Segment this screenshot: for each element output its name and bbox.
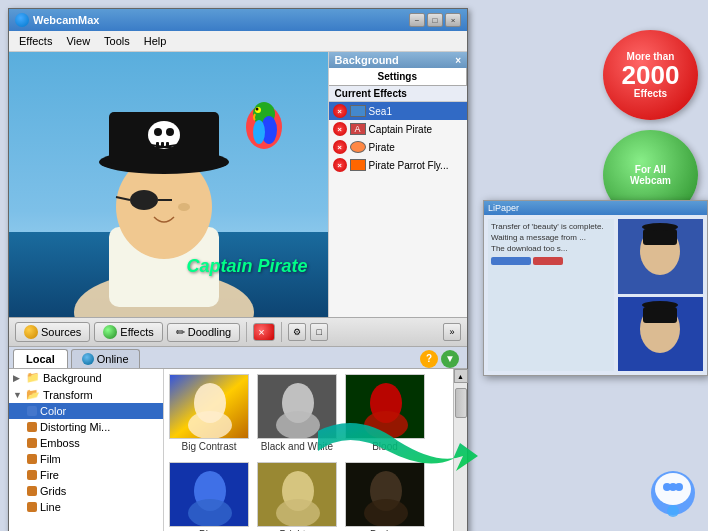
bottom-right-icons: ? ▼ <box>420 349 463 368</box>
tree-item-fire[interactable]: Fire <box>9 467 163 483</box>
tree-item-line[interactable]: Line <box>9 499 163 515</box>
effect-preview-blue <box>169 462 249 527</box>
preview-ctrl-btn1[interactable] <box>491 257 531 265</box>
chat-line-1: Transfer of 'beauty' is complete. <box>491 222 611 231</box>
effect-item-parrot[interactable]: × Pirate Parrot Fly... <box>329 156 467 174</box>
tree-item-film[interactable]: Film <box>9 451 163 467</box>
background-tree-label: Background <box>43 372 102 384</box>
svg-point-56 <box>667 505 679 517</box>
tree-item-distorting[interactable]: Distorting Mi... <box>9 419 163 435</box>
online-label: Online <box>97 353 129 365</box>
menu-tools[interactable]: Tools <box>98 33 136 49</box>
tab-local[interactable]: Local <box>13 349 68 368</box>
effect-item-pirate[interactable]: × Pirate <box>329 138 467 156</box>
title-bar-left: WebcamMax <box>15 13 99 27</box>
preview-ctrl-btn2[interactable] <box>533 257 563 265</box>
help-icon[interactable]: ? <box>420 350 438 368</box>
svg-point-27 <box>188 411 232 439</box>
chat-line-2: Waiting a message from ... <box>491 233 611 242</box>
color-dot-fire <box>27 470 37 480</box>
menu-view[interactable]: View <box>60 33 96 49</box>
sea1-thumb <box>350 105 366 117</box>
folder-background-icon: 📁 <box>26 371 40 384</box>
main-toolbar: Sources Effects ✏ Doodling × ⚙ □ » <box>9 317 467 347</box>
fire-tree-label: Fire <box>40 469 59 481</box>
toolbar-separator <box>246 322 247 342</box>
svg-point-24 <box>253 120 265 144</box>
tree-item-transform[interactable]: ▼ 📂 Transform <box>9 386 163 403</box>
menu-bar: Effects View Tools Help <box>9 31 467 52</box>
menu-help[interactable]: Help <box>138 33 173 49</box>
expand-button[interactable]: » <box>443 323 461 341</box>
minimize-button[interactable]: − <box>409 13 425 27</box>
sources-button[interactable]: Sources <box>15 322 90 342</box>
svg-point-39 <box>276 499 320 527</box>
doodling-pencil-icon: ✏ <box>176 326 185 339</box>
capture-button[interactable]: □ <box>310 323 328 341</box>
color-tree-label: Color <box>40 405 66 417</box>
svg-point-46 <box>642 223 678 231</box>
tab-settings[interactable]: Settings <box>329 68 467 85</box>
pirate-thumb <box>350 141 366 153</box>
preview-window: LiPaper Transfer of 'beauty' is complete… <box>483 200 708 376</box>
tree-item-emboss[interactable]: Emboss <box>9 435 163 451</box>
svg-point-22 <box>256 108 259 111</box>
settings2-icon[interactable]: ▼ <box>441 350 459 368</box>
remove-effect-button[interactable]: × <box>253 323 275 341</box>
svg-point-50 <box>642 301 678 309</box>
captain-pirate-label: Captain Pirate <box>369 124 432 135</box>
remove-sea1-button[interactable]: × <box>333 104 347 118</box>
svg-rect-49 <box>643 307 677 323</box>
preview-thumb-2 <box>618 297 703 372</box>
scroll-up-button[interactable]: ▲ <box>454 369 468 383</box>
panel-close-button[interactable]: × <box>455 55 461 66</box>
svg-point-55 <box>675 483 683 491</box>
maximize-button[interactable]: □ <box>427 13 443 27</box>
bottom-tabs-bar: Local Online ? ▼ <box>9 347 467 369</box>
promo-for-all: For All <box>635 164 666 175</box>
tree-item-background[interactable]: ▶ 📁 Background <box>9 369 163 386</box>
tab-online[interactable]: Online <box>71 349 140 368</box>
tree-item-color[interactable]: Color <box>9 403 163 419</box>
app-title: WebcamMax <box>33 14 99 26</box>
effect-preview-big-contrast <box>169 374 249 439</box>
remove-pirate-button[interactable]: × <box>333 140 347 154</box>
background-panel: Background × Settings Current Effects × … <box>328 52 467 317</box>
color-dot-line <box>27 502 37 512</box>
title-bar: WebcamMax − □ × <box>9 9 467 31</box>
svg-point-13 <box>166 128 174 136</box>
effects-label: Effects <box>120 326 153 338</box>
effect-item-sea1[interactable]: × Sea1 <box>329 102 467 120</box>
sources-label: Sources <box>41 326 81 338</box>
grids-tree-label: Grids <box>40 485 66 497</box>
pirate-label: Pirate <box>369 142 395 153</box>
effects-tree: ▶ 📁 Background ▼ 📂 Transform Color Disto… <box>9 369 164 531</box>
color-dot-distort <box>27 422 37 432</box>
video-preview: Captain Pirate <box>9 52 328 317</box>
promo-area: More than 2000 Effects For All Webcam <box>603 30 698 220</box>
chat-line-3: The download too s... <box>491 244 611 253</box>
big-contrast-label: Big Contrast <box>169 441 249 452</box>
effect-item-captain-pirate[interactable]: × A Captain Pirate <box>329 120 467 138</box>
effects-button[interactable]: Effects <box>94 322 162 342</box>
remove-parrot-button[interactable]: × <box>333 158 347 172</box>
settings-button[interactable]: ⚙ <box>288 323 306 341</box>
big-arrow <box>308 401 488 501</box>
expand-transform-icon: ▼ <box>13 390 23 400</box>
effect-card-blue[interactable]: Blue <box>169 462 249 531</box>
svg-point-12 <box>154 128 162 136</box>
svg-point-36 <box>188 499 232 527</box>
line-tree-label: Line <box>40 501 61 513</box>
tree-item-grids[interactable]: Grids <box>9 483 163 499</box>
messenger-icon <box>643 461 703 521</box>
promo-webcam-label: Webcam <box>630 175 671 186</box>
effect-card-big-contrast[interactable]: Big Contrast <box>169 374 249 452</box>
remove-captain-pirate-button[interactable]: × <box>333 122 347 136</box>
menu-effects[interactable]: Effects <box>13 33 58 49</box>
svg-rect-45 <box>643 229 677 245</box>
captain-pirate-thumb: A <box>350 123 366 135</box>
close-button[interactable]: × <box>445 13 461 27</box>
doodling-button[interactable]: ✏ Doodling <box>167 323 240 342</box>
color-dot-emboss <box>27 438 37 448</box>
promo-effects-label: Effects <box>634 88 667 99</box>
